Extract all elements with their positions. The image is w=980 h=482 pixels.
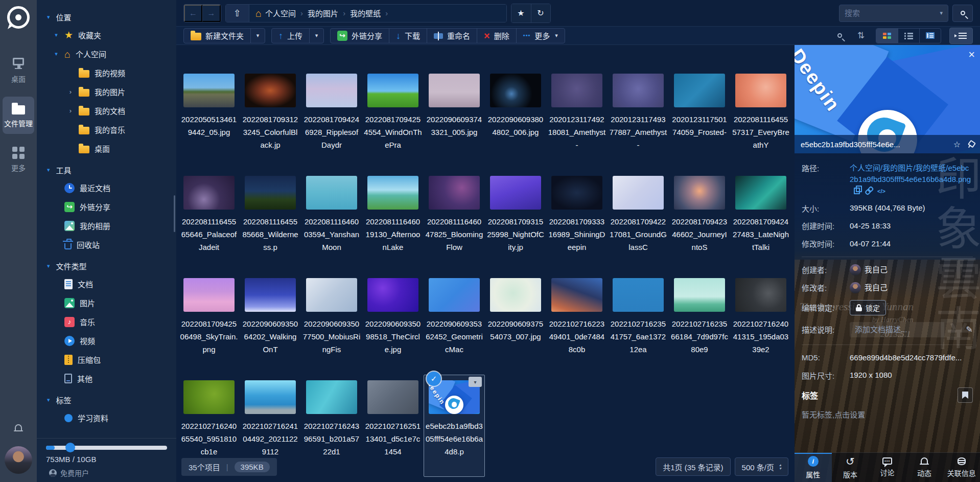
rail-item-desktop[interactable]: 桌面 bbox=[3, 52, 34, 89]
rail-item-more[interactable]: 更多 bbox=[3, 141, 34, 178]
favorite-star-icon[interactable]: ☆ bbox=[953, 140, 961, 149]
file-tile[interactable]: 202208170931525998_NightOfCity.jp bbox=[485, 170, 546, 272]
file-tile[interactable]: 202208170942217081_GroundGlassC bbox=[608, 170, 669, 272]
link-icon[interactable] bbox=[864, 186, 874, 195]
sidebar-item[interactable]: ▾★收藏夹 bbox=[47, 26, 173, 44]
account-plan[interactable]: 免费用户 bbox=[46, 468, 167, 478]
edit-icon[interactable]: ✎ bbox=[966, 326, 973, 334]
sidebar-scrollbar[interactable] bbox=[174, 195, 175, 232]
description-input[interactable]: 添加文档描述... bbox=[850, 322, 962, 337]
dropdown-caret-button[interactable]: ▾ bbox=[309, 29, 323, 43]
file-tile[interactable]: 202209060935362452_GeometricMac bbox=[424, 272, 485, 375]
sidebar-item[interactable]: ›我的图片 bbox=[47, 82, 173, 101]
toolbar-button[interactable]: •••更多▾ bbox=[516, 29, 565, 43]
code-icon[interactable]: </> bbox=[877, 189, 885, 194]
file-tile[interactable]: 202209060935077500_MobiusRingFis bbox=[301, 272, 362, 375]
sidebar-item[interactable]: 最近文档 bbox=[47, 178, 173, 197]
sidebar-item[interactable]: 其他 bbox=[47, 369, 173, 388]
file-tile[interactable]: 20220906093804802_006.jpg bbox=[485, 68, 546, 170]
forward-button[interactable]: → bbox=[202, 5, 221, 22]
panel-tab-properties[interactable]: i属性 bbox=[795, 453, 832, 482]
file-tile[interactable]: 20220817094254554_WindOnThePra bbox=[362, 68, 424, 170]
breadcrumb-item[interactable]: 我的图片 bbox=[308, 8, 338, 18]
file-tile[interactable]: 202210271622349401_0de74848c0b bbox=[546, 272, 608, 375]
view-list-button[interactable] bbox=[898, 29, 919, 43]
add-tag-button[interactable] bbox=[958, 387, 973, 403]
search-input[interactable] bbox=[845, 9, 937, 17]
file-tile[interactable]: 202210271623541757_6ae137212ea bbox=[608, 272, 669, 375]
toolbar-button[interactable]: ↑上传 bbox=[272, 29, 309, 43]
refresh-button[interactable]: ↻ bbox=[531, 4, 550, 22]
toolbar-button[interactable]: ×删除 bbox=[477, 29, 516, 43]
file-tile[interactable]: 202208111646003594_YanshanMoon bbox=[301, 170, 362, 272]
sidebar-item[interactable]: 文档 bbox=[47, 274, 173, 293]
sidebar-item[interactable]: 我的相册 bbox=[47, 216, 173, 235]
file-tile[interactable]: 20220505134619442_05.jpg bbox=[178, 68, 240, 170]
back-button[interactable]: ← bbox=[184, 5, 202, 22]
toolbar-button[interactable]: ↓下载 bbox=[389, 29, 427, 43]
section-header[interactable]: ▾文件类型 bbox=[47, 257, 173, 274]
per-page-select[interactable]: 500 条/页 ▴▾ bbox=[735, 457, 788, 476]
zoom-icon-button[interactable] bbox=[833, 29, 846, 42]
up-level-button[interactable]: ⇧ bbox=[226, 5, 249, 22]
file-tile[interactable]: 20220817094246928_RipplesofDaydr bbox=[301, 68, 362, 170]
file-tile[interactable]: 202012311750174059_Frosted- bbox=[669, 68, 730, 170]
toolbar-button[interactable]: 新建文件夹 bbox=[184, 29, 250, 43]
file-tile[interactable]: 202208111645585668_Wilderness.p bbox=[240, 170, 301, 272]
file-tile[interactable]: 202208111646019130_AfternoonLake bbox=[362, 170, 424, 272]
file-tile[interactable]: 202208111645557317_EveryBreathY bbox=[730, 68, 791, 170]
breadcrumb-item-root[interactable]: ⌂ 个人空间 bbox=[255, 8, 296, 18]
spinner-icons[interactable]: ▴▾ bbox=[779, 463, 781, 470]
panel-tab-versions[interactable]: ↺版本 bbox=[832, 453, 869, 482]
file-tile[interactable]: 202208170933316989_ShiningDeepin bbox=[546, 170, 608, 272]
selected-check-icon[interactable]: ✓ bbox=[427, 372, 441, 386]
panel-tab-activity[interactable]: 动态 bbox=[906, 453, 943, 482]
dropdown-caret-button[interactable]: ▾ bbox=[250, 29, 265, 43]
close-icon[interactable]: × bbox=[968, 48, 975, 61]
file-tile[interactable]: Deepin✓▾e5ebc2b1a9fbd305fff54e6e16b6a4d8… bbox=[424, 375, 485, 477]
view-grid-button[interactable] bbox=[876, 29, 898, 43]
rail-item-file-manager[interactable]: 文件管理 bbox=[3, 97, 34, 134]
sidebar-item[interactable]: 压缩包 bbox=[47, 350, 173, 369]
favorite-star-button[interactable]: ★ bbox=[511, 4, 531, 22]
toolbar-button[interactable]: 重命名 bbox=[427, 29, 477, 43]
panel-toggle-button[interactable] bbox=[949, 28, 973, 44]
section-header[interactable]: ▾工具 bbox=[47, 161, 173, 178]
path-link[interactable]: 个人空间/我的图片/我的壁纸/e5ebc2b1a9fbd305fff54e6e1… bbox=[850, 164, 971, 183]
file-tile[interactable]: 202209060935098518_TheCircle.jpg bbox=[362, 272, 424, 375]
sidebar-item[interactable]: 学习资料 bbox=[47, 408, 173, 427]
section-header[interactable]: ▾位置 bbox=[47, 8, 173, 26]
sidebar-item[interactable]: 视频 bbox=[47, 331, 173, 350]
search-button[interactable] bbox=[952, 5, 973, 22]
file-tile[interactable]: 202208111645565646_PalaceofJadeit bbox=[178, 170, 240, 272]
chevron-down-icon[interactable]: ▾ bbox=[940, 10, 943, 16]
file-tile[interactable]: 202012311749218081_Amethyst- bbox=[546, 68, 608, 170]
file-tile[interactable]: 202210271624396591_b201a5722d1 bbox=[301, 375, 362, 477]
sidebar-item[interactable]: 我的音乐 bbox=[47, 120, 173, 139]
breadcrumb-item[interactable]: 我的壁纸 bbox=[350, 8, 381, 18]
bell-icon[interactable] bbox=[14, 424, 23, 432]
file-tile[interactable]: 202208170942427483_LateNightTalki bbox=[730, 170, 791, 272]
toolbar-button[interactable]: ↪外链分享 bbox=[331, 29, 389, 43]
file-tile[interactable]: 202208170942506498_SkyTrain.png bbox=[178, 272, 240, 375]
sidebar-item[interactable]: 我的视频 bbox=[47, 63, 173, 82]
file-tile[interactable]: 202012311749377887_Amethyst- bbox=[608, 68, 669, 170]
section-header[interactable]: ▾标签 bbox=[47, 391, 173, 408]
file-tile[interactable]: 202210271625113401_d5c1e7c1454 bbox=[362, 375, 424, 477]
sidebar-item[interactable]: ▾⌂个人空间 bbox=[47, 44, 173, 63]
panel-tab-discussion[interactable]: 讨论 bbox=[869, 453, 906, 482]
sidebar-item[interactable]: 图片 bbox=[47, 293, 173, 312]
file-tile[interactable]: 20220817093123245_ColorfulBlack.jp bbox=[240, 68, 301, 170]
file-tile[interactable]: 202210271623566184_7d9d97fc80e9 bbox=[669, 272, 730, 375]
view-detail-button[interactable] bbox=[919, 29, 941, 43]
copy-icon[interactable] bbox=[854, 186, 860, 193]
file-tile[interactable]: 202209060937554073_007.jpg bbox=[485, 272, 546, 375]
sidebar-item[interactable]: ♪音乐 bbox=[47, 312, 173, 331]
file-tile[interactable]: 202209060935064202_WalkingOnT bbox=[240, 272, 301, 375]
file-tile[interactable]: 202210271624041315_195da0339e2 bbox=[730, 272, 791, 375]
sidebar-item[interactable]: ↪外链分享 bbox=[47, 197, 173, 216]
lock-button[interactable]: 锁定 bbox=[850, 300, 886, 315]
sidebar-item[interactable]: 桌面 bbox=[47, 139, 173, 158]
spin-down-icon[interactable]: ▾ bbox=[779, 467, 781, 470]
tags-empty-text[interactable]: 暂无标签,点击设置 bbox=[802, 409, 973, 420]
